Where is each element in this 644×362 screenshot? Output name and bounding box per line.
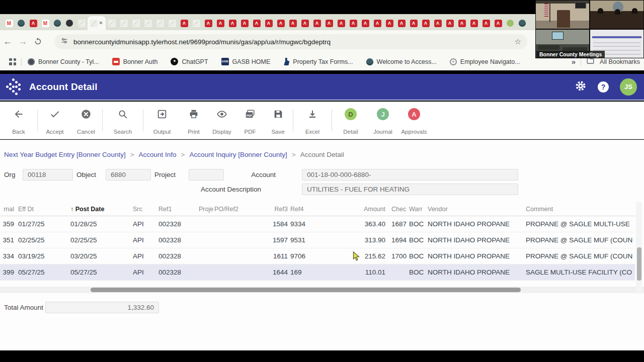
browser-tab[interactable]: Λ — [335, 16, 347, 30]
video-overlay[interactable]: Bonner County Meetings — [535, 0, 644, 58]
browser-tab[interactable]: Λ — [395, 16, 408, 30]
toolbar-pdf-button[interactable]: PDFPDF — [236, 106, 264, 135]
browser-tab[interactable]: ⋰ — [130, 16, 142, 30]
bookmarks-overflow-icon[interactable]: » — [572, 57, 576, 66]
browser-tab[interactable]: M — [3, 16, 15, 30]
browser-tab[interactable]: Λ — [432, 16, 444, 30]
toolbar-journal-button[interactable]: JJournal — [368, 106, 397, 135]
toolbar-display-button[interactable]: Display — [208, 106, 236, 135]
address-field[interactable]: bonnercountyidmunisapp.tylerhost.net/969… — [54, 34, 527, 49]
column-header-ref1[interactable]: Ref1 — [158, 206, 199, 213]
back-nav-icon[interactable]: ← — [0, 34, 15, 49]
browser-tab[interactable]: Λ — [226, 16, 238, 30]
vertical-scrollbar-thumb[interactable] — [637, 247, 641, 281]
tab-close-icon[interactable]: ✕ — [99, 21, 103, 26]
column-header-project[interactable]: Proje — [199, 206, 214, 213]
bookmark-item[interactable]: Bonner Auth — [112, 58, 158, 65]
toolbar-print-button[interactable]: Print — [180, 106, 208, 135]
column-header-comment[interactable]: Comment — [526, 206, 635, 213]
browser-tab[interactable]: Λ — [383, 16, 395, 30]
account-field[interactable] — [302, 169, 518, 180]
bookmark-item[interactable]: Welcome to Access... — [366, 58, 437, 65]
browser-tab[interactable]: ⋰ — [166, 16, 178, 30]
table-row[interactable]: 39905/27/2505/27/25API0023281644169110.0… — [0, 264, 635, 281]
browser-tab[interactable]: Λ — [347, 16, 359, 30]
browser-tab[interactable]: Λ — [202, 16, 214, 30]
toolbar-back-button[interactable]: Back — [1, 106, 36, 135]
browser-tab[interactable]: ⋰ — [190, 16, 202, 30]
bookmark-star-icon[interactable]: ☆ — [515, 37, 521, 46]
browser-tab[interactable]: ⋰ — [118, 16, 130, 30]
browser-tab[interactable]: ⋰ — [154, 16, 166, 30]
browser-tab[interactable]: Λ — [359, 16, 371, 30]
browser-tab[interactable]: ⋰ — [106, 16, 118, 30]
account-description-field[interactable] — [302, 184, 518, 195]
browser-tab[interactable]: Λ — [251, 16, 263, 30]
column-header-ref3[interactable]: Ref3 — [252, 206, 288, 213]
browser-tab[interactable]: Λ — [311, 16, 323, 30]
browser-tab[interactable]: Λ — [456, 16, 468, 30]
column-header-src[interactable]: Src — [133, 206, 158, 213]
column-header-journal[interactable]: rnal — [0, 206, 18, 213]
table-row[interactable]: 35102/25/2502/25/25API00232815979531313.… — [0, 232, 635, 248]
table-row[interactable]: 33403/19/2503/20/25API00232816119706215.… — [0, 248, 635, 264]
browser-tab[interactable]: ⋰ — [75, 16, 88, 30]
column-header-post_date[interactable]: ↑ Post Date — [70, 206, 133, 213]
toolbar-approvals-button[interactable]: AApprovals — [397, 106, 431, 135]
forward-nav-icon[interactable]: → — [15, 34, 30, 49]
browser-tab[interactable]: Λ — [420, 16, 432, 30]
help-icon[interactable]: ? — [598, 81, 609, 93]
browser-tab[interactable]: Λ — [27, 16, 39, 30]
org-field[interactable] — [23, 169, 73, 180]
column-header-vendor[interactable]: Vendor — [428, 206, 526, 213]
column-header-po_ref2[interactable]: PO/Ref2 — [214, 206, 252, 213]
browser-tab[interactable]: Λ — [371, 16, 383, 30]
toolbar-search-button[interactable]: Search — [104, 106, 142, 135]
column-header-check[interactable]: Chec — [385, 206, 409, 213]
browser-tab[interactable] — [63, 16, 75, 30]
browser-tab[interactable]: Λ — [238, 16, 251, 30]
avatar[interactable]: JS — [620, 78, 637, 96]
toolbar-detail-button[interactable]: DDetail — [333, 106, 368, 135]
browser-tab[interactable]: Λ — [492, 16, 504, 30]
browser-tab[interactable] — [516, 16, 528, 30]
browser-tab[interactable]: M — [39, 16, 51, 30]
browser-tab[interactable]: Λ — [299, 16, 311, 30]
browser-tab[interactable]: Λ — [263, 16, 275, 30]
bookmark-item[interactable]: GASBGASB HOME — [221, 58, 271, 65]
toolbar-excel-button[interactable]: Excel — [294, 106, 331, 135]
breadcrumb-link[interactable]: Account Inquiry [Bonner County] — [190, 151, 287, 158]
reload-icon[interactable] — [30, 34, 45, 49]
project-field[interactable] — [189, 169, 224, 180]
toolbar-save-button[interactable]: Save — [264, 106, 292, 135]
breadcrumb-link[interactable]: Next Year Budget Entry [Bonner County] — [4, 151, 126, 158]
browser-tab[interactable]: Λ — [178, 16, 190, 30]
bookmark-item[interactable]: *ChatGPT — [171, 58, 208, 65]
horizontal-scrollbar-thumb[interactable] — [91, 288, 521, 292]
browser-tab[interactable]: Λ — [287, 16, 299, 30]
active-browser-tab[interactable]: ⋰✕ — [88, 16, 106, 30]
toolbar-cancel-button[interactable]: Cancel — [71, 106, 101, 135]
column-header-warrant[interactable]: Warr — [409, 206, 428, 213]
browser-tab[interactable]: Λ — [323, 16, 335, 30]
breadcrumb-link[interactable]: Account Info — [139, 151, 177, 158]
column-header-ref4[interactable]: Ref4 — [288, 206, 310, 213]
column-header-amount[interactable]: Amount — [310, 206, 385, 213]
bookmark-item[interactable]: +Employee Navigato... — [450, 58, 520, 65]
toolbar-output-button[interactable]: Output — [144, 106, 180, 135]
settings-gear-icon[interactable] — [575, 80, 587, 94]
browser-tab[interactable]: Λ — [275, 16, 287, 30]
bookmark-item[interactable]: Bonner County - Tyl... — [28, 58, 99, 65]
browser-tab[interactable] — [15, 16, 27, 30]
table-row[interactable]: 35901/27/2501/28/25API00232815849334363.… — [0, 216, 635, 232]
object-field[interactable] — [106, 169, 151, 180]
browser-tab[interactable]: Λ — [480, 16, 492, 30]
browser-tab[interactable]: Λ — [444, 16, 456, 30]
browser-tab[interactable] — [51, 16, 63, 30]
vertical-scrollbar[interactable] — [636, 202, 642, 294]
browser-tab[interactable]: Λ — [468, 16, 480, 30]
browser-tab[interactable]: ⋰ — [142, 16, 154, 30]
all-bookmarks-button[interactable]: All Bookmarks — [600, 58, 640, 65]
toolbar-accept-button[interactable]: Accept — [39, 106, 71, 135]
site-controls-icon[interactable] — [60, 37, 68, 47]
